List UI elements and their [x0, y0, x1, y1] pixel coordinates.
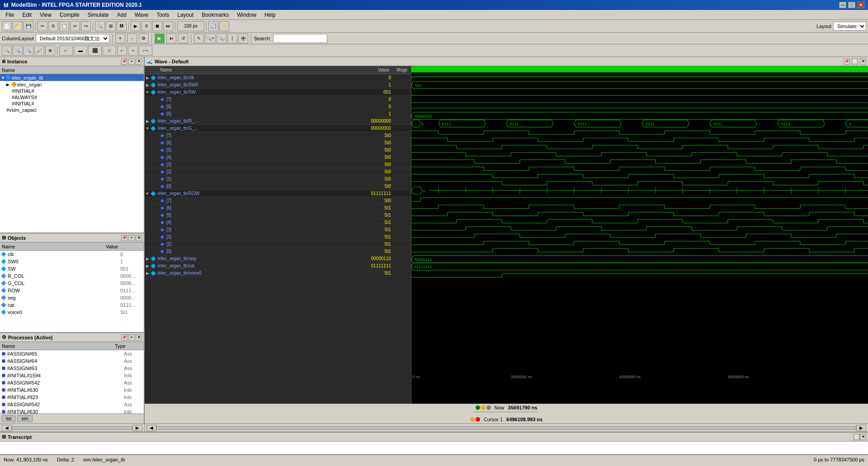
obj-row-clk[interactable]: clk 0 — [0, 251, 144, 258]
wave-close-btn[interactable]: ✕ — [860, 58, 866, 65]
transcript-expand-btn[interactable]: ⬜ — [854, 434, 860, 440]
menu-view[interactable]: View — [36, 11, 55, 19]
instance-pin-btn[interactable]: 📌 — [121, 58, 127, 65]
instance-item-elec-organ-tb[interactable]: ▼ 🔷 elec_organ_tb — [0, 74, 144, 81]
wave-shape6[interactable]: ¬ — [128, 46, 138, 56]
instance-item-initial2[interactable]: #INITIAL# — [0, 100, 144, 107]
instance-item-initial1[interactable]: #INITIAL# — [0, 88, 144, 94]
signal-row-g3[interactable]: [3] St0 — [145, 161, 411, 168]
search-input[interactable] — [273, 34, 327, 43]
obj-row-sw0[interactable]: SW0 1 — [0, 258, 144, 265]
menu-bookmarks[interactable]: Bookmarks — [198, 11, 232, 19]
signal-row-row1[interactable]: [1] St1 — [145, 241, 411, 248]
columnlayout-select[interactable]: Default 2019210466魏文治 — [36, 34, 109, 43]
signal-row-g2[interactable]: [2] St0 — [145, 168, 411, 176]
save-btn[interactable]: 💾 — [24, 21, 33, 31]
transcript-close-btn[interactable]: ✕ — [860, 434, 866, 440]
wave-shape7[interactable]: ⌐¬ — [139, 46, 152, 56]
close-button[interactable]: ✕ — [857, 2, 864, 8]
open-btn[interactable]: 📂 — [13, 21, 23, 31]
zoom-btn5[interactable]: ⊕ — [45, 46, 55, 56]
objects-pin-btn[interactable]: 📌 — [121, 235, 127, 241]
wave-btn2[interactable]: ⚡ — [219, 21, 229, 31]
wave-btn1[interactable]: 🔄 — [208, 21, 218, 31]
instance-item-always[interactable]: #ALWAYS# — [0, 94, 144, 100]
minimize-button[interactable]: — — [839, 2, 846, 8]
menu-simulate[interactable]: Simulate — [84, 11, 113, 19]
proc-row-5[interactable]: #ASSIGN#542 Ass — [0, 379, 144, 386]
instance-item-elec-organ[interactable]: ▶ 🔶 elec_organ — [0, 81, 144, 88]
signal-row-cat[interactable]: ▶ /elec_organ_tb/cat 01111111 — [145, 262, 411, 270]
tab-sim[interactable]: sim — [17, 415, 33, 422]
instance-add-btn[interactable]: + — [128, 58, 135, 65]
signal-row-seg[interactable]: ▶ /elec_organ_tb/seg 00000110 — [145, 255, 411, 262]
signal-row-row7[interactable]: [7] St0 — [145, 197, 411, 204]
scroll-wave-left[interactable]: ◀ — [146, 425, 156, 431]
signal-row-g4[interactable]: [4] St0 — [145, 154, 411, 161]
signal-row-sw[interactable]: ▼ /elec_organ_tb/SW 001 — [145, 89, 411, 96]
signal-row-sw6[interactable]: [6] 0 — [145, 103, 411, 110]
objects-content[interactable]: clk 0 SW0 1 SW 001 R_COL 0000... — [0, 251, 144, 332]
sim-ctrl4[interactable]: ⏭ — [163, 21, 173, 31]
proc-row-7[interactable]: #INITIAL#923 Initi — [0, 394, 144, 401]
cursor-select[interactable]: ↖ — [194, 33, 204, 43]
wave-add-btn[interactable]: + — [115, 33, 125, 43]
obj-row-rcol[interactable]: R_COL 0000... — [0, 272, 144, 280]
sim-btn[interactable]: M — [117, 21, 127, 31]
sim-run-btn[interactable]: ▶ — [155, 33, 165, 43]
signal-row-g1[interactable]: [1] St0 — [145, 176, 411, 183]
signal-row-row5[interactable]: [5] St1 — [145, 212, 411, 219]
signal-row-sw5[interactable]: [5] 1 — [145, 110, 411, 118]
menu-help[interactable]: Help — [261, 11, 279, 19]
signal-rows-container[interactable]: ▶ /elec_organ_tb/clk 0 ▶ /elec_organ_tb/… — [145, 74, 411, 404]
obj-row-sw[interactable]: SW 001 — [0, 265, 144, 272]
undo-btn[interactable]: ↩ — [70, 21, 80, 31]
time-input[interactable]: 100 ps — [177, 21, 204, 31]
wave-shape2[interactable]: ▬ — [74, 46, 87, 56]
signal-row-row0[interactable]: [0] St1 — [145, 248, 411, 255]
signal-row-g7[interactable]: [7] St0 — [145, 132, 411, 139]
signal-row-row2[interactable]: [2] St1 — [145, 233, 411, 241]
menu-wave[interactable]: Wave — [131, 11, 152, 19]
copy-btn[interactable]: ⎘ — [48, 21, 58, 31]
signal-add-btn[interactable]: ➕ — [238, 33, 248, 43]
scroll-left-btn[interactable]: ◀ — [2, 425, 12, 431]
proc-row-3[interactable]: #ASSIGN#63 Ass — [0, 365, 144, 372]
find-btn[interactable]: 🔍 — [95, 21, 105, 31]
wave-expand-btn[interactable]: ⬜ — [852, 58, 858, 65]
signal-row-sw7[interactable]: [7] 0 — [145, 96, 411, 103]
maximize-button[interactable]: □ — [848, 2, 855, 8]
signal-row-clk[interactable]: ▶ /elec_organ_tb/clk 0 — [145, 74, 411, 81]
menu-file[interactable]: File — [2, 11, 18, 19]
transcript-content[interactable] — [0, 442, 868, 454]
menu-tools[interactable]: Tools — [153, 11, 173, 19]
zoom-out-btn[interactable]: 🔍- — [217, 33, 226, 43]
proc-row-1[interactable]: #ASSIGN#65 Ass — [0, 350, 144, 357]
wave-shape4[interactable]: □ — [103, 46, 116, 56]
processes-add-btn[interactable]: + — [128, 334, 135, 341]
proc-row-8[interactable]: #ASSIGN#542 Ass — [0, 401, 144, 408]
objects-close-btn[interactable]: ✕ — [136, 235, 142, 241]
signal-row-rcol[interactable]: ▶ /elec_organ_tb/R_... 00000000 — [145, 118, 411, 125]
signal-row-row4[interactable]: [4] St1 — [145, 219, 411, 226]
processes-pin-btn[interactable]: 📌 — [121, 334, 127, 341]
signal-row-g0[interactable]: [0] St0 — [145, 183, 411, 190]
processes-content[interactable]: #ASSIGN#65 Ass #ASSIGN#64 Ass #ASSIGN#63… — [0, 350, 144, 414]
signal-row-gcol[interactable]: ▼ /elec_organ_tb/G_... 00000000 — [145, 125, 411, 132]
sim-step-btn[interactable]: ⏯ — [166, 33, 176, 43]
zoom-in-btn[interactable]: 🔍+ — [205, 33, 216, 43]
redo-btn[interactable]: ↪ — [81, 21, 91, 31]
obj-row-voice0[interactable]: voice0 St1 — [0, 309, 144, 316]
obj-row-gcol[interactable]: G_COL 0000... — [0, 280, 144, 287]
processes-close-btn[interactable]: ✕ — [136, 334, 142, 341]
waveform-display[interactable]: 0 ns 2000000 ns 4000000 ns 6000000 ns — [411, 66, 868, 404]
tab-list[interactable]: list — [2, 415, 15, 422]
zoom-btn1[interactable]: 🔍 — [2, 46, 12, 56]
proc-row-2[interactable]: #ASSIGN#64 Ass — [0, 357, 144, 365]
menu-window[interactable]: Window — [233, 11, 260, 19]
proc-row-9[interactable]: #INITIAL#630 Initi — [0, 408, 144, 414]
signal-row-g5[interactable]: [5] St0 — [145, 147, 411, 154]
signal-row-g6[interactable]: [6] St0 — [145, 139, 411, 147]
wave-del-btn[interactable]: - — [127, 33, 137, 43]
marker-btn[interactable]: | — [227, 33, 237, 43]
